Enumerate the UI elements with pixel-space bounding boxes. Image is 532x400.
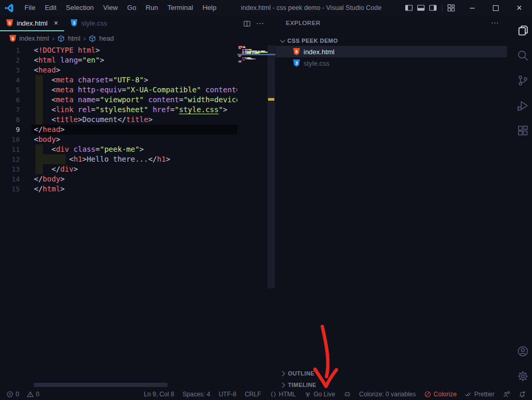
tab-index.html[interactable]: 5index.html× bbox=[0, 16, 64, 31]
status-warnings[interactable]: 0 bbox=[27, 391, 40, 398]
status-left: 00 bbox=[6, 391, 39, 398]
activitybar-source-control[interactable] bbox=[513, 70, 532, 93]
code-line[interactable]: 4 <meta charset="UTF-8"> bbox=[0, 75, 237, 85]
code-line[interactable]: 14</body> bbox=[0, 174, 237, 184]
code-line[interactable]: 10<body> bbox=[0, 135, 237, 144]
activitybar-run-and-debug[interactable] bbox=[513, 95, 532, 118]
code-line[interactable]: 11 <div class="peek-me"> bbox=[0, 144, 237, 154]
activitybar-accounts[interactable] bbox=[513, 341, 532, 363]
search-icon bbox=[517, 50, 529, 64]
breadcrumb-head[interactable]: head bbox=[99, 35, 114, 42]
close-button[interactable]: × bbox=[507, 0, 531, 16]
split-editor-icon[interactable] bbox=[243, 20, 251, 28]
window-title: index.html - css peek demo - Visual Stud… bbox=[241, 0, 381, 16]
customize-layout-icon[interactable] bbox=[447, 4, 455, 12]
horizontal-scrollbar[interactable] bbox=[34, 383, 167, 387]
line-number: 13 bbox=[0, 164, 20, 174]
code-text: <div class="peek-me"> bbox=[34, 144, 144, 154]
more-actions-icon[interactable]: ⋯ bbox=[256, 19, 264, 28]
code-text: <meta charset="UTF-8"> bbox=[34, 75, 148, 85]
close-tab-icon[interactable]: × bbox=[54, 19, 58, 27]
status-colorize-variables[interactable]: Colorize: 0 variables bbox=[359, 391, 416, 398]
maximize-icon bbox=[493, 5, 499, 11]
minimap-line bbox=[240, 48, 241, 49]
status-language-mode[interactable]: HTML bbox=[270, 391, 296, 398]
status-label: Go Live bbox=[313, 391, 335, 398]
explorer-sidebar: EXPLORER ⋯ CSS PEEK DEMO 5index.html3sty… bbox=[275, 16, 513, 389]
status-notifications[interactable] bbox=[518, 391, 526, 398]
menu-go[interactable]: Go bbox=[123, 0, 141, 16]
html5-file-icon: 5 bbox=[9, 35, 16, 42]
gear-icon bbox=[517, 370, 529, 384]
status-encoding[interactable]: UTF-8 bbox=[219, 391, 236, 398]
code-line[interactable]: 7 <link rel="stylesheet" href="style.css… bbox=[0, 105, 237, 115]
status-cursor-position[interactable]: Ln 9, Col 8 bbox=[144, 391, 174, 398]
code-line[interactable]: 8 <title>Document</title> bbox=[0, 115, 237, 125]
code-line[interactable]: 2<html lang="en"> bbox=[0, 55, 237, 65]
menu-selection[interactable]: Selection bbox=[61, 0, 98, 16]
discord-icon bbox=[344, 391, 351, 398]
activitybar-extensions[interactable] bbox=[513, 120, 532, 143]
minimize-button[interactable]: – bbox=[461, 0, 484, 16]
code-line[interactable]: 1<!DOCTYPE html> bbox=[0, 45, 237, 55]
minimap[interactable] bbox=[238, 46, 267, 68]
line-number: 10 bbox=[0, 135, 20, 144]
maximize-button[interactable] bbox=[484, 0, 507, 16]
window-controls: – × bbox=[461, 0, 531, 16]
breadcrumb-separator: › bbox=[83, 34, 86, 42]
sidebar-title: EXPLORER bbox=[275, 20, 321, 26]
code-line[interactable]: 12 <h1>Hello there...</h1> bbox=[0, 154, 237, 164]
minimap-line bbox=[245, 47, 246, 48]
code-line[interactable]: 13 </div> bbox=[0, 164, 237, 174]
status-go-live[interactable]: Go Live bbox=[304, 391, 335, 398]
status-label: HTML bbox=[279, 391, 296, 398]
code-line[interactable]: 9</head> bbox=[0, 125, 237, 135]
line-number: 6 bbox=[0, 95, 20, 105]
code-text: </div> bbox=[34, 164, 78, 174]
code-text: <link rel="stylesheet" href="style.css"> bbox=[34, 105, 227, 115]
status-discord-presence[interactable] bbox=[344, 391, 351, 398]
status-errors[interactable]: 0 bbox=[6, 391, 19, 398]
status-indentation[interactable]: Spaces: 4 bbox=[183, 391, 210, 398]
overview-ruler[interactable] bbox=[268, 45, 275, 288]
source-control-icon bbox=[517, 75, 529, 89]
activitybar-explorer[interactable] bbox=[513, 20, 532, 43]
folder-section-header[interactable]: CSS PEEK DEMO bbox=[275, 34, 513, 47]
menu-view[interactable]: View bbox=[99, 0, 123, 16]
status-prettier[interactable]: Prettier bbox=[465, 391, 494, 398]
outline-section[interactable]: OUTLINE bbox=[275, 368, 513, 379]
file-index.html[interactable]: 5index.html bbox=[275, 46, 507, 57]
line-number: 14 bbox=[0, 174, 20, 184]
status-colorize-toggle[interactable]: Colorize bbox=[424, 391, 456, 398]
status-eol[interactable]: CRLF bbox=[245, 391, 261, 398]
activitybar-search[interactable] bbox=[513, 45, 532, 68]
menu-terminal[interactable]: Terminal bbox=[163, 0, 198, 16]
status-feedback[interactable] bbox=[503, 391, 510, 398]
file-style.css[interactable]: 3style.css bbox=[275, 57, 513, 69]
menu-file[interactable]: File bbox=[20, 0, 40, 16]
code-line[interactable]: 5 <meta http-equiv="X-UA-Compatible" con… bbox=[0, 85, 237, 95]
menu-edit[interactable]: Edit bbox=[40, 0, 61, 16]
html5-file-icon: 5 bbox=[6, 19, 13, 27]
divider bbox=[442, 5, 442, 11]
code-line[interactable]: 15</html> bbox=[0, 184, 237, 194]
code-area[interactable]: 1<!DOCTYPE html>2<html lang="en">3<head>… bbox=[0, 45, 237, 358]
breadcrumb-index.html[interactable]: index.html bbox=[19, 35, 49, 42]
menu-run[interactable]: Run bbox=[141, 0, 163, 16]
toggle-panel-icon[interactable] bbox=[417, 4, 425, 12]
tab-style.css[interactable]: 3style.css bbox=[64, 16, 113, 30]
chevron-down-icon bbox=[280, 38, 285, 43]
code-line[interactable]: 6 <meta name="viewport" content="width=d… bbox=[0, 95, 237, 105]
tab-bar: 5index.html×3style.css bbox=[0, 16, 275, 31]
menu-help[interactable]: Help bbox=[198, 0, 221, 16]
status-label: Colorize: 0 variables bbox=[359, 391, 416, 398]
sidebar-more-actions-icon[interactable]: ⋯ bbox=[491, 16, 499, 30]
toggle-secondary-sidebar-icon[interactable] bbox=[429, 4, 437, 12]
toggle-primary-sidebar-icon[interactable] bbox=[405, 4, 413, 12]
breadcrumb-html[interactable]: html bbox=[68, 35, 80, 42]
debug-icon bbox=[517, 100, 529, 114]
status-label: Spaces: 4 bbox=[183, 391, 210, 398]
code-line[interactable]: 3<head> bbox=[0, 65, 237, 75]
activitybar-settings[interactable] bbox=[513, 366, 532, 389]
chevron-right-icon bbox=[280, 371, 285, 376]
